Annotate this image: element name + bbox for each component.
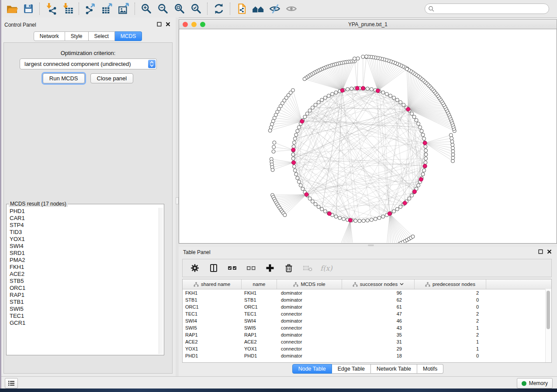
list-item[interactable]: STP4	[8, 222, 159, 229]
close-panel-button[interactable]: Close panel	[90, 73, 134, 83]
memory-button[interactable]: Memory	[517, 378, 553, 389]
tab-network[interactable]: Network	[34, 31, 65, 41]
import-table-button[interactable]	[59, 2, 76, 16]
table-row[interactable]: YOX1YOX1connector291	[183, 345, 551, 352]
add-row-button[interactable]	[264, 262, 276, 274]
tab-node-table[interactable]: Node Table	[292, 364, 332, 374]
close-panel-icon[interactable]	[166, 22, 170, 27]
import-network-button[interactable]	[43, 2, 59, 16]
list-item[interactable]: TEC1	[8, 313, 159, 320]
function-builder-button[interactable]: f(x)	[320, 262, 332, 274]
delete-table-button[interactable]	[301, 262, 314, 274]
list-item[interactable]: SRD1	[8, 250, 159, 257]
column-header-shared-name[interactable]: shared name	[183, 279, 242, 289]
list-item[interactable]: SWI5	[8, 306, 159, 313]
zoom-selected-button[interactable]	[188, 2, 204, 16]
network-canvas[interactable]	[179, 29, 557, 244]
desktop-wallpaper	[0, 389, 557, 392]
list-item[interactable]: PHD1	[8, 208, 159, 215]
save-session-button[interactable]	[20, 2, 37, 16]
table-row[interactable]: STB1STB1dominator620	[183, 296, 551, 303]
list-item[interactable]: CAR1	[8, 215, 159, 222]
zoom-fit-icon	[173, 3, 186, 15]
table-row[interactable]: ACE2ACE2connector311	[183, 338, 551, 345]
list-item[interactable]: GCR1	[8, 320, 159, 327]
cell-successor-nodes: 43	[342, 325, 415, 330]
splitter-handle[interactable]	[176, 197, 179, 204]
show-columns-button[interactable]	[208, 262, 220, 274]
export-network-button[interactable]	[82, 2, 99, 16]
run-mcds-button[interactable]: Run MCDS	[43, 73, 85, 83]
cell-predecessor-nodes: 0	[415, 353, 486, 358]
vertical-splitter[interactable]	[176, 17, 179, 376]
tab-style[interactable]: Style	[65, 31, 89, 41]
scrollbar-thumb[interactable]	[547, 291, 550, 329]
show-all-button[interactable]	[283, 2, 300, 16]
column-header-successor-nodes[interactable]: successor nodes	[342, 279, 415, 289]
horizontal-splitter[interactable]	[179, 244, 557, 247]
zoom-in-button[interactable]	[138, 2, 155, 16]
table-row[interactable]: FKH1FKH1dominator962	[183, 289, 551, 296]
list-item[interactable]: ACE2	[8, 271, 159, 278]
result-list-scrollbar[interactable]	[159, 208, 163, 354]
cell-successor-nodes: 47	[342, 311, 415, 316]
zoom-fit-button[interactable]	[171, 2, 188, 16]
export-image-button[interactable]	[115, 2, 132, 16]
column-label: name	[253, 282, 266, 287]
column-header-predecessor-nodes[interactable]: predecessor nodes	[415, 279, 486, 289]
search-field[interactable]	[425, 3, 549, 14]
table-row[interactable]: RAP1RAP1dominator352	[183, 331, 551, 338]
export-table-button[interactable]	[99, 2, 115, 16]
trash-icon	[284, 263, 294, 273]
tab-select[interactable]: Select	[89, 31, 115, 41]
task-history-button[interactable]	[5, 378, 18, 389]
cell-shared-name: ACE2	[183, 339, 242, 344]
cell-MCDS-role: connector	[277, 311, 342, 316]
tab-mcds[interactable]: MCDS	[115, 31, 142, 41]
zoom-out-button[interactable]	[155, 2, 171, 16]
float-panel-icon[interactable]	[157, 22, 162, 27]
refresh-button[interactable]	[211, 2, 227, 16]
list-item[interactable]: ORC1	[8, 285, 159, 292]
table-row[interactable]: TEC1TEC1connector472	[183, 310, 551, 317]
hide-selected-button[interactable]	[266, 2, 283, 16]
list-item[interactable]: YOX1	[8, 236, 159, 243]
splitter-handle[interactable]	[368, 244, 374, 246]
cell-name: ACE2	[242, 339, 277, 344]
list-item[interactable]: STB1	[8, 299, 159, 306]
table-row[interactable]: SWI5SWI5connector431	[183, 324, 551, 331]
network-graph[interactable]	[179, 29, 557, 243]
duplicate-network-button[interactable]	[233, 2, 250, 16]
network-window-titlebar[interactable]: YPA_prune.txt_1	[179, 19, 557, 29]
open-file-button[interactable]	[3, 2, 20, 16]
list-item[interactable]: PMA2	[8, 257, 159, 264]
select-all-button[interactable]	[226, 262, 239, 274]
search-input[interactable]	[436, 5, 549, 12]
column-header-MCDS-role[interactable]: MCDS role	[277, 279, 342, 289]
optimization-select[interactable]: largest connected component (undirected)	[20, 58, 157, 69]
close-panel-icon[interactable]	[547, 249, 552, 254]
table-row[interactable]: SWI4SWI4dominator462	[183, 317, 551, 324]
cell-predecessor-nodes: 2	[415, 318, 486, 323]
table-row[interactable]: PHD1PHD1dominator180	[183, 352, 551, 359]
table-settings-button[interactable]	[189, 262, 201, 274]
tab-edge-table[interactable]: Edge Table	[332, 364, 371, 374]
cell-MCDS-role: dominator	[277, 290, 342, 296]
tab-motifs[interactable]: Motifs	[417, 364, 443, 374]
cell-successor-nodes: 62	[342, 297, 415, 303]
tab-network-table[interactable]: Network Table	[371, 364, 417, 374]
table-row[interactable]: ORC1ORC1dominator610	[183, 303, 551, 310]
list-item[interactable]: RAP1	[8, 292, 159, 299]
float-panel-icon[interactable]	[538, 249, 543, 254]
table-scrollbar[interactable]	[545, 289, 551, 362]
list-item[interactable]: TID3	[8, 229, 159, 236]
column-header-name[interactable]: name	[242, 279, 277, 289]
deselect-all-button[interactable]	[245, 262, 257, 274]
delete-row-button[interactable]	[283, 262, 295, 274]
cell-shared-name: RAP1	[183, 332, 242, 337]
first-neighbors-button[interactable]	[250, 2, 266, 16]
list-item[interactable]: SWI4	[8, 243, 159, 250]
node-table: shared namenameMCDS rolesuccessor nodesp…	[182, 279, 552, 363]
list-item[interactable]: STB5	[8, 278, 159, 285]
list-item[interactable]: FKH1	[8, 264, 159, 271]
